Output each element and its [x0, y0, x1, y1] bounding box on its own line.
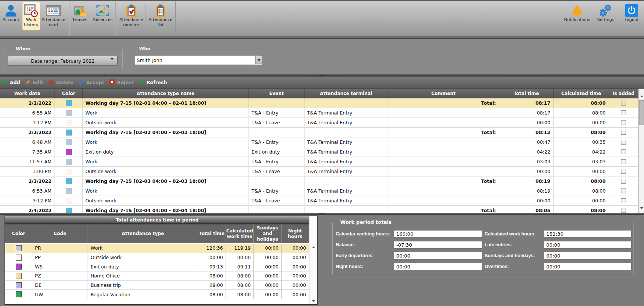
- summary-column-header-sundays-and-holidays[interactable]: Sundays and holidays: [254, 224, 282, 243]
- attendance-grid: Work dateColorAttendance type nameEventA…: [0, 89, 644, 213]
- toolbar-button-notifications[interactable]: Notifications: [561, 2, 593, 36]
- is-added-checkbox[interactable]: [621, 120, 626, 125]
- totals-input-early-departures[interactable]: 00:00: [394, 252, 483, 259]
- cell-comment: [388, 167, 499, 176]
- action-add-button[interactable]: Add: [2, 79, 20, 86]
- action-label: Add: [10, 80, 20, 85]
- totals-label-calendar-working-hours: Calendar working hours:: [336, 230, 390, 238]
- is-added-checkbox[interactable]: [621, 110, 626, 115]
- summary-column-header-total-time[interactable]: Total time: [198, 224, 226, 243]
- cell-is-added: [609, 98, 638, 108]
- cell-is-added: [609, 167, 638, 176]
- toolbar-button-leaves[interactable]: Leaves: [70, 2, 90, 36]
- is-added-checkbox[interactable]: [621, 130, 626, 135]
- is-added-checkbox[interactable]: [621, 179, 626, 184]
- grid-row-2-1-2022[interactable]: 2/1/2022Working day 7-15 [02-01 04:00 - …: [0, 98, 638, 108]
- employee-dropdown-button[interactable]: [255, 56, 262, 64]
- is-added-checkbox[interactable]: [621, 208, 626, 213]
- totals-input-night-hours[interactable]: 00:00: [394, 263, 483, 270]
- summary-row-uw[interactable]: UWRegular Vacation08:0008:0000:0000:00: [5, 290, 309, 299]
- grid-column-header-is-added[interactable]: Is added: [609, 89, 638, 98]
- totals-input-late-entries[interactable]: 00:00: [544, 241, 632, 249]
- grid-row-6-48-am[interactable]: 6:48 AMWorkT&A - EntryT&A Terminal Entry…: [0, 137, 638, 147]
- is-added-checkbox[interactable]: [621, 159, 626, 164]
- is-added-checkbox[interactable]: [621, 140, 626, 145]
- summary-column-header-calculated-work-time[interactable]: Calculated work time: [226, 224, 254, 243]
- scroll-down-button[interactable]: [639, 205, 644, 211]
- employee-combobox[interactable]: Smith John: [134, 55, 263, 65]
- toolbar-button-attendance-card[interactable]: Attendance card: [41, 2, 66, 36]
- is-added-checkbox[interactable]: [621, 188, 626, 193]
- cell-date: 2/4/2022: [0, 206, 55, 213]
- summary-cell-total: 08:00: [198, 281, 226, 290]
- toolbar-button-attendance-list[interactable]: Attendance list: [146, 2, 175, 36]
- totals-input-overtimes[interactable]: 00:00: [544, 263, 632, 270]
- grid-column-header-attendance-terminal[interactable]: Attendance terminal: [305, 89, 388, 98]
- grid-row-7-35-am[interactable]: 7:35 AMExit on dutyExit on dutyT&A Termi…: [0, 147, 638, 157]
- grid-row-6-53-am[interactable]: 6:53 AMWorkT&A - EntryT&A Terminal Entry…: [0, 186, 638, 196]
- summary-header: ColorCodeAttendance typeTotal timeCalcul…: [5, 224, 309, 243]
- grid-row-2-3-2022[interactable]: 2/3/2022Working day 7-15 [02-03 04:00 - …: [0, 176, 638, 186]
- toolbar-button-absences[interactable]: Absences: [91, 2, 114, 36]
- toolbar-group-separator: [115, 2, 116, 37]
- toolbar-button-label: Attendance card: [40, 17, 67, 28]
- toolbar-button-settings[interactable]: Settings: [594, 2, 617, 36]
- summary-row-pz[interactable]: PZHome Office08:0008:0000:0000:00: [5, 271, 309, 281]
- attendance-color-swatch: [66, 198, 72, 204]
- panel-splitter[interactable]: [0, 74, 644, 77]
- summary-scrollbar[interactable]: [309, 216, 317, 304]
- date-range-dropdown[interactable]: Date range: February 2022: [8, 56, 118, 66]
- grid-row-2-2-2022[interactable]: 2/2/2022Working day 7-15 [02-02 04:00 - …: [0, 128, 638, 137]
- totals-input-calculated-work-hours[interactable]: 152:30: [544, 230, 632, 238]
- is-added-checkbox[interactable]: [621, 101, 626, 106]
- grid-row-3-12-pm[interactable]: 3:12 PMOutside workT&A - LeaveT&A Termin…: [0, 118, 638, 128]
- cell-total: 08:19: [499, 186, 554, 196]
- cell-event: T&A - Leave: [249, 167, 305, 176]
- grid-column-header-calculated-time[interactable]: Calculated time: [554, 89, 609, 98]
- scrollbar-thumb[interactable]: [639, 100, 644, 125]
- totals-input-calendar-working-hours[interactable]: 160:00: [394, 230, 483, 238]
- toolbar-button-label: Notifications: [560, 17, 594, 23]
- summary-column-header-night-hours[interactable]: Night hours: [282, 224, 309, 243]
- totals-input-sundays-and-holidays[interactable]: 00:00: [544, 252, 632, 259]
- grid-row-6-55-am[interactable]: 6:55 AMWorkT&A - EntryT&A Terminal Entry…: [0, 108, 638, 118]
- summary-column-header-code[interactable]: Code: [32, 224, 88, 243]
- cell-comment: Total:: [388, 128, 499, 137]
- totals-input-balance[interactable]: -07:30: [394, 241, 483, 249]
- grid-row-3-00-pm[interactable]: 3:00 PMOutside workT&A - LeaveT&A Termin…: [0, 167, 638, 176]
- cell-date: 7:35 AM: [0, 147, 55, 157]
- toolbar-button-logout[interactable]: Logout: [622, 2, 641, 36]
- cell-total: 00:00: [499, 118, 554, 128]
- scroll-up-button[interactable]: [639, 93, 644, 99]
- is-added-checkbox[interactable]: [621, 149, 626, 154]
- summary-row-pr[interactable]: PRWork120:36119:1900:0000:00: [5, 244, 309, 253]
- summary-row-ws[interactable]: WSExit on duty09:1309:1100:0000:00: [5, 262, 309, 271]
- summary-column-header-attendance-type[interactable]: Attendance type: [88, 224, 198, 243]
- summary-column-header-color[interactable]: Color: [5, 224, 32, 243]
- summary-row-pp[interactable]: PPOutside work00:0000:0000:0000:00: [5, 253, 309, 262]
- is-added-checkbox[interactable]: [621, 169, 626, 174]
- grid-row-2-4-2022[interactable]: 2/4/2022Working day 7-15 [02-04 04:00 - …: [0, 206, 638, 213]
- grid-row-3-12-pm[interactable]: 3:12 PMOutside workT&A - LeaveT&A Termin…: [0, 196, 638, 206]
- is-added-checkbox[interactable]: [621, 198, 626, 203]
- grid-column-header-event[interactable]: Event: [249, 89, 305, 98]
- cell-total: 08:17: [499, 98, 554, 108]
- toolbar-button-account[interactable]: Account: [2, 2, 20, 36]
- grid-column-header-work-date[interactable]: Work date: [0, 89, 55, 98]
- summary-scroll-down-button[interactable]: [309, 298, 318, 304]
- cell-date: 2/3/2022: [0, 176, 55, 186]
- summary-row-de[interactable]: DEBusiness trip08:0008:0000:0000:00: [5, 281, 309, 290]
- grid-column-header-total-time[interactable]: Total time: [499, 89, 554, 98]
- grid-row-11-57-am[interactable]: 11:57 AMWorkT&A - EntryT&A Terminal Entr…: [0, 157, 638, 167]
- totals-label-early-departures: Early departures:: [336, 252, 374, 259]
- grid-column-header-attendance-type-name[interactable]: Attendance type name: [83, 89, 249, 98]
- settings-icon: [594, 4, 617, 17]
- toolbar-button-work-history[interactable]: Work history: [21, 2, 41, 36]
- action-refresh-button[interactable]: Refresh: [139, 79, 167, 86]
- toolbar-button-attendance-monitor[interactable]: Attendance monitor: [117, 2, 145, 36]
- grid-column-header-comment[interactable]: Comment: [388, 89, 499, 98]
- grid-vertical-scrollbar[interactable]: [638, 89, 644, 213]
- grid-column-header-color[interactable]: Color: [55, 89, 83, 98]
- summary-scroll-up-button[interactable]: [309, 244, 318, 250]
- cell-comment: [388, 147, 499, 157]
